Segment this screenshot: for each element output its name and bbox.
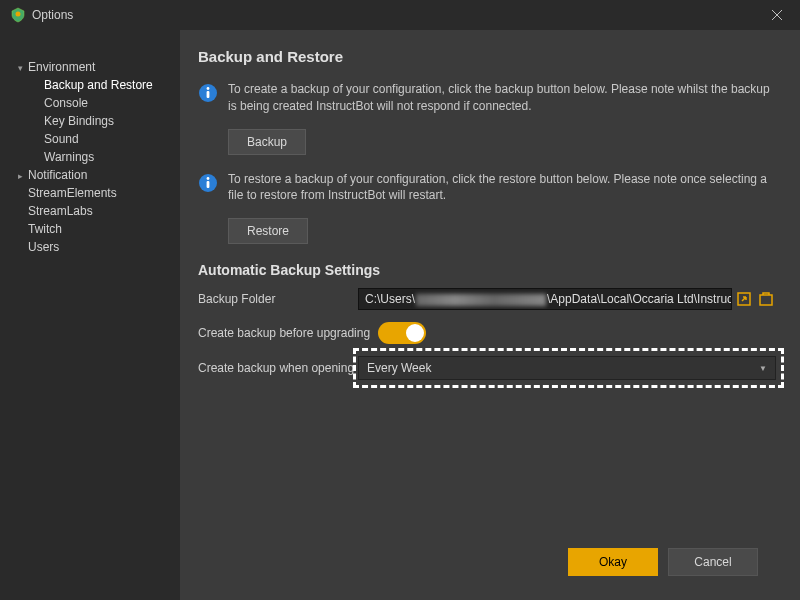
sidebar-item-label: Sound — [44, 132, 79, 146]
window-title: Options — [32, 8, 73, 22]
sidebar-item-warnings[interactable]: Warnings — [8, 148, 172, 166]
restore-button[interactable]: Restore — [228, 218, 308, 244]
page-title: Backup and Restore — [198, 48, 776, 65]
sidebar-item-users[interactable]: Users — [8, 238, 172, 256]
info-icon — [198, 83, 218, 103]
sidebar-item-label: Backup and Restore — [44, 78, 153, 92]
sidebar-item-label: Console — [44, 96, 88, 110]
restore-info-text: To restore a backup of your configuratio… — [228, 171, 776, 205]
when-opening-row: Create backup when opening Every Week ▼ — [198, 356, 776, 380]
before-upgrade-toggle[interactable] — [378, 322, 426, 344]
chevron-down-icon: ▼ — [759, 364, 767, 373]
titlebar: Options — [0, 0, 800, 30]
sidebar-item-key-bindings[interactable]: Key Bindings — [8, 112, 172, 130]
svg-point-7 — [207, 177, 210, 180]
backup-folder-label: Backup Folder — [198, 292, 358, 306]
sidebar-item-notification[interactable]: ▸Notification — [8, 166, 172, 184]
svg-rect-8 — [207, 181, 210, 188]
sidebar-item-environment[interactable]: ▾Environment — [8, 58, 172, 76]
sidebar-item-console[interactable]: Console — [8, 94, 172, 112]
close-button[interactable] — [764, 2, 790, 28]
when-opening-label: Create backup when opening — [198, 361, 358, 375]
backup-info-text: To create a backup of your configuration… — [228, 81, 776, 115]
redacted-username — [416, 294, 546, 306]
okay-button[interactable]: Okay — [568, 548, 658, 576]
before-upgrade-label: Create backup before upgrading — [198, 326, 370, 340]
browse-folder-button[interactable] — [756, 289, 776, 309]
auto-backup-section-title: Automatic Backup Settings — [198, 262, 776, 278]
chevron-icon: ▾ — [14, 63, 26, 73]
sidebar-item-label: StreamLabs — [28, 204, 93, 218]
svg-rect-10 — [760, 295, 772, 305]
chevron-icon: ▸ — [14, 171, 26, 181]
open-folder-button[interactable] — [734, 289, 754, 309]
sidebar-item-label: Notification — [28, 168, 87, 182]
backup-folder-row: Backup Folder C:\Users\\AppData\Local\Oc… — [198, 288, 776, 310]
main-panel: Backup and Restore To create a backup of… — [180, 30, 800, 600]
svg-rect-5 — [207, 91, 210, 98]
sidebar-item-label: Warnings — [44, 150, 94, 164]
sidebar-item-sound[interactable]: Sound — [8, 130, 172, 148]
sidebar-item-label: Twitch — [28, 222, 62, 236]
sidebar-item-backup-and-restore[interactable]: Backup and Restore — [8, 76, 172, 94]
cancel-button[interactable]: Cancel — [668, 548, 758, 576]
restore-info-box: To restore a backup of your configuratio… — [198, 167, 776, 209]
sidebar-item-label: StreamElements — [28, 186, 117, 200]
sidebar: ▾EnvironmentBackup and RestoreConsoleKey… — [0, 30, 180, 600]
svg-point-4 — [207, 87, 210, 90]
app-icon — [10, 7, 26, 23]
backup-button[interactable]: Backup — [228, 129, 306, 155]
backup-folder-input[interactable]: C:\Users\\AppData\Local\Occaria Ltd\Inst… — [358, 288, 732, 310]
backup-info-box: To create a backup of your configuration… — [198, 77, 776, 119]
dialog-footer: Okay Cancel — [198, 538, 776, 590]
sidebar-item-label: Users — [28, 240, 59, 254]
before-upgrade-row: Create backup before upgrading — [198, 322, 776, 344]
svg-point-0 — [16, 12, 21, 17]
sidebar-item-streamlabs[interactable]: StreamLabs — [8, 202, 172, 220]
info-icon — [198, 173, 218, 193]
sidebar-item-twitch[interactable]: Twitch — [8, 220, 172, 238]
sidebar-item-label: Key Bindings — [44, 114, 114, 128]
sidebar-item-streamelements[interactable]: StreamElements — [8, 184, 172, 202]
sidebar-item-label: Environment — [28, 60, 95, 74]
when-opening-select[interactable]: Every Week ▼ — [358, 356, 776, 380]
